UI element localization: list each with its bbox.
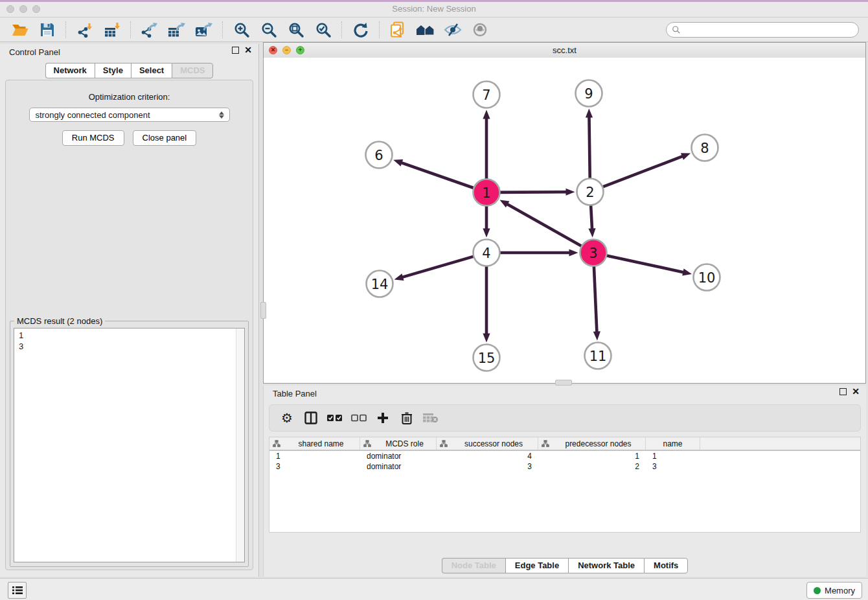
add-row-button[interactable] xyxy=(373,408,393,428)
edge-3-1[interactable] xyxy=(506,203,584,247)
select-all-button[interactable] xyxy=(325,408,345,428)
close-panel-button[interactable]: Close panel xyxy=(133,130,197,146)
graph-node-3[interactable]: 3 xyxy=(580,240,607,266)
edge-3-11[interactable] xyxy=(594,264,597,333)
tab-style[interactable]: Style xyxy=(95,63,131,78)
edge-1-6[interactable] xyxy=(400,162,476,189)
gear-button[interactable]: ⚙ xyxy=(277,408,297,428)
column-header-name[interactable]: name xyxy=(646,437,700,450)
mcds-result-list[interactable]: 13 xyxy=(14,328,245,562)
node-table[interactable]: shared nameMCDS rolesuccessor nodesprede… xyxy=(269,437,861,533)
network-window-titlebar[interactable]: ✕ − + scc.txt xyxy=(264,43,865,58)
cell-MCDS-role[interactable]: dominator xyxy=(360,451,437,461)
graph-node-6[interactable]: 6 xyxy=(366,142,393,168)
cell-shared-name[interactable]: 1 xyxy=(269,451,360,461)
gear-icon: ⚙ xyxy=(281,410,293,426)
graph-node-4[interactable]: 4 xyxy=(474,240,500,266)
cell-MCDS-role[interactable]: dominator xyxy=(360,461,437,472)
export-network-button[interactable] xyxy=(139,20,161,40)
zoom-selected-button[interactable] xyxy=(312,20,334,40)
import-network-button[interactable] xyxy=(74,20,96,40)
refresh-button[interactable] xyxy=(350,20,372,40)
table-row[interactable]: 3dominator323 xyxy=(269,461,860,472)
edge-2-3[interactable] xyxy=(591,203,592,230)
refresh-icon xyxy=(352,22,369,38)
edge-4-14[interactable] xyxy=(401,256,475,277)
cell-name[interactable]: 1 xyxy=(646,451,700,461)
memory-label: Memory xyxy=(825,586,855,595)
graph-node-9[interactable]: 9 xyxy=(576,80,602,107)
save-button[interactable] xyxy=(36,20,58,40)
export-image-button[interactable] xyxy=(193,20,215,40)
tab-edge-table[interactable]: Edge Table xyxy=(505,558,568,573)
tab-node-table[interactable]: Node Table xyxy=(442,558,505,573)
list-icon xyxy=(12,586,23,595)
tab-network[interactable]: Network xyxy=(45,63,95,78)
zoom-in-button[interactable] xyxy=(231,20,253,40)
column-header-MCDS-role[interactable]: MCDS role xyxy=(360,437,437,450)
run-mcds-button[interactable]: Run MCDS xyxy=(62,130,124,146)
tab-select[interactable]: Select xyxy=(131,63,172,78)
cell-name[interactable]: 3 xyxy=(646,461,700,472)
home-networks-button[interactable] xyxy=(415,20,437,40)
zoom-fit-button[interactable] xyxy=(285,20,307,40)
edge-arrowhead xyxy=(681,153,691,159)
window-top-strip xyxy=(0,0,868,2)
graph-node-8[interactable]: 8 xyxy=(692,135,718,161)
edge-1-2[interactable] xyxy=(497,192,567,192)
edge-3-10[interactable] xyxy=(604,255,685,273)
table-row[interactable]: 1dominator411 xyxy=(269,451,860,461)
close-table-panel-icon[interactable]: ✕ xyxy=(852,388,860,395)
main-toolbar xyxy=(0,17,868,42)
graph-node-2[interactable]: 2 xyxy=(577,179,604,205)
search-box[interactable] xyxy=(666,22,859,38)
cell-predecessor-nodes[interactable]: 2 xyxy=(538,461,646,472)
zoom-out-button[interactable] xyxy=(258,20,280,40)
optimization-criterion-select[interactable]: strongly connected component xyxy=(29,108,230,122)
edge-arrowhead xyxy=(393,159,403,167)
tab-motifs[interactable]: Motifs xyxy=(644,558,688,573)
export-network-icon xyxy=(141,22,159,38)
deselect-all-button[interactable] xyxy=(349,408,369,428)
edge-arrowhead xyxy=(483,110,490,119)
show-eye-disabled-button[interactable] xyxy=(469,20,491,40)
open-folder-button[interactable] xyxy=(9,20,31,40)
network-canvas[interactable]: 7968124314101511 xyxy=(264,58,865,383)
graph-node-14[interactable]: 14 xyxy=(367,271,393,297)
close-panel-icon[interactable]: ✕ xyxy=(244,47,252,54)
column-header-predecessor-nodes[interactable]: predecessor nodes xyxy=(538,437,646,450)
column-header-successor-nodes[interactable]: successor nodes xyxy=(437,437,538,450)
graph-node-7[interactable]: 7 xyxy=(474,82,500,108)
graph-node-1[interactable]: 1 xyxy=(474,179,500,206)
vertical-splitter-handle[interactable] xyxy=(260,302,266,319)
import-table-button[interactable] xyxy=(101,20,123,40)
tab-network-table[interactable]: Network Table xyxy=(568,558,644,573)
node-label: 4 xyxy=(482,246,490,261)
export-table-button[interactable] xyxy=(166,20,188,40)
result-scrollbar[interactable] xyxy=(236,329,244,562)
columns-button[interactable] xyxy=(301,408,321,428)
optimization-criterion-label: Optimization criterion: xyxy=(6,92,253,102)
new-network-file-button[interactable] xyxy=(387,20,409,40)
search-input[interactable] xyxy=(681,23,858,36)
float-table-panel-icon[interactable] xyxy=(839,388,847,395)
trash-button[interactable] xyxy=(397,408,417,428)
cell-shared-name[interactable]: 3 xyxy=(269,461,360,472)
column-header-shared-name[interactable]: shared name xyxy=(269,437,360,450)
graph-node-15[interactable]: 15 xyxy=(474,345,500,371)
tab-mcds[interactable]: MCDS xyxy=(172,63,213,78)
graph-node-11[interactable]: 11 xyxy=(585,343,611,369)
horizontal-splitter-handle[interactable] xyxy=(555,380,572,386)
task-history-button[interactable] xyxy=(8,582,27,599)
sort-hierarchy-icon xyxy=(437,440,450,447)
cell-predecessor-nodes[interactable]: 1 xyxy=(538,451,646,461)
hide-eye-button[interactable] xyxy=(442,20,464,40)
float-panel-icon[interactable] xyxy=(232,47,239,54)
edge-2-8[interactable] xyxy=(600,156,683,187)
memory-button[interactable]: Memory xyxy=(806,582,862,599)
cell-successor-nodes[interactable]: 3 xyxy=(437,461,538,472)
graph-node-10[interactable]: 10 xyxy=(694,264,720,291)
edge-2-9[interactable] xyxy=(589,115,589,180)
column-label: successor nodes xyxy=(450,439,538,448)
cell-successor-nodes[interactable]: 4 xyxy=(437,451,538,461)
